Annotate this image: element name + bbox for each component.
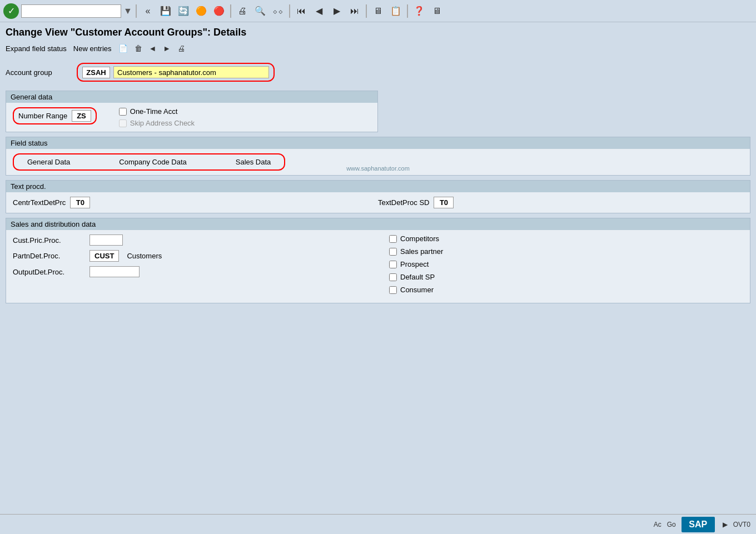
refresh-icon[interactable]: 🔄 <box>176 3 191 19</box>
consumer-label: Consumer <box>400 286 434 294</box>
text-procd-right: TextDetProc SD T0 <box>378 197 743 208</box>
field-status-header: Field status <box>6 137 750 149</box>
sales-partner-label: Sales partner <box>400 247 443 256</box>
bottom-bar: Ac Go SAP ▶ OVT0 <box>0 514 756 534</box>
sales-partner-checkbox[interactable] <box>389 248 397 256</box>
general-data-body: Number Range ZS One-Time Acct Skip Addre… <box>6 103 377 132</box>
account-group-wrapper: ZSAH <box>77 63 275 82</box>
centr-value: T0 <box>70 197 90 208</box>
page-title-bar: Change View "Customer Account Groups": D… <box>0 22 756 42</box>
account-group-row: Account group ZSAH <box>6 61 750 84</box>
account-group-code: ZSAH <box>82 67 110 78</box>
save-icon[interactable]: 💾 <box>158 3 173 19</box>
watermark: www.saphanatutor.com <box>346 165 410 172</box>
partn-det-desc: Customers <box>127 252 162 260</box>
sales-data-btn[interactable]: Sales Data <box>233 157 273 167</box>
sd-label: TextDetProc SD <box>378 198 429 207</box>
dropdown-arrow-icon[interactable]: ▼ <box>123 6 132 16</box>
separator5 <box>407 4 408 18</box>
sales-dist-header: Sales and distribution data <box>6 218 750 230</box>
default-sp-row: Default SP <box>389 273 743 281</box>
general-data-section: General data Number Range ZS One-Time Ac… <box>6 91 378 132</box>
separator3 <box>289 4 290 18</box>
account-group-input[interactable] <box>113 66 269 78</box>
prospect-label: Prospect <box>400 260 429 268</box>
field-status-body: General Data Company Code Data Sales Dat… <box>6 149 750 175</box>
default-sp-checkbox[interactable] <box>389 273 397 281</box>
layout-icon[interactable]: 📋 <box>388 3 404 19</box>
main-content: Account group ZSAH General data Number R… <box>0 56 756 312</box>
nav-back-icon[interactable]: « <box>140 3 156 19</box>
number-range-value: ZS <box>72 110 91 122</box>
first-icon[interactable]: ⏮ <box>294 3 309 19</box>
find-icon[interactable]: 🔍 <box>252 3 268 19</box>
delete-icon[interactable]: 🗑 <box>135 44 142 53</box>
sales-dist-section: Sales and distribution data Cust.Pric.Pr… <box>6 218 750 303</box>
action-bar: Expand field status New entries 📄 🗑 ◄ ► … <box>0 42 756 56</box>
cust-pric-label: Cust.Pric.Proc. <box>13 236 85 244</box>
sales-right: Competitors Sales partner Prospect Defau… <box>389 234 743 298</box>
cust-pric-row: Cust.Pric.Proc. <box>13 234 367 246</box>
partn-det-row: PartnDet.Proc. CUST Customers <box>13 250 367 262</box>
main-toolbar: ✓ ▼ « 💾 🔄 🟠 🔴 🖨 🔍 ⬦⬦ ⏮ ◀ ▶ ⏭ 🖥 📋 ❓ 🖥 <box>0 0 756 22</box>
last-icon[interactable]: ⏭ <box>347 3 362 19</box>
general-data-header: General data <box>6 91 377 103</box>
text-procd-header: Text procd. <box>6 181 750 192</box>
execute-icon[interactable]: 🟠 <box>193 3 209 19</box>
output-det-label: OutputDet.Proc. <box>13 268 85 276</box>
nav-next-icon[interactable]: ► <box>163 44 171 53</box>
sd-value: T0 <box>434 197 454 208</box>
skip-address-item: Skip Address Check <box>119 119 195 127</box>
company-code-btn[interactable]: Company Code Data <box>117 157 188 167</box>
nav-prev-icon[interactable]: ◄ <box>149 44 157 53</box>
stop-icon[interactable]: 🔴 <box>211 3 227 19</box>
output-det-row: OutputDet.Proc. <box>13 266 367 277</box>
skip-address-checkbox[interactable] <box>119 119 127 127</box>
prospect-row: Prospect <box>389 260 743 268</box>
find-next-icon[interactable]: ⬦⬦ <box>270 3 286 19</box>
separator2 <box>230 4 231 18</box>
command-input[interactable] <box>21 4 121 18</box>
output-det-input[interactable] <box>89 266 140 277</box>
cust-pric-input[interactable] <box>89 234 123 246</box>
help-icon[interactable]: ❓ <box>411 3 427 19</box>
one-time-acct-label: One-Time Acct <box>130 107 177 116</box>
skip-address-label: Skip Address Check <box>130 119 195 127</box>
prev-icon[interactable]: ◀ <box>311 3 327 19</box>
next-icon[interactable]: ▶ <box>329 3 345 19</box>
print-icon[interactable]: 🖨 <box>235 3 250 19</box>
sales-partner-row: Sales partner <box>389 247 743 256</box>
checkmark-icon[interactable]: ✓ <box>3 3 19 19</box>
general-data-btn[interactable]: General Data <box>25 157 72 167</box>
default-sp-label: Default SP <box>400 273 435 281</box>
number-range-label: Number Range <box>18 112 67 120</box>
one-time-acct-item: One-Time Acct <box>119 107 195 116</box>
consumer-row: Consumer <box>389 286 743 294</box>
page-title: Change View "Customer Account Groups": D… <box>6 27 750 38</box>
field-status-buttons-wrapper: General Data Company Code Data Sales Dat… <box>13 153 285 171</box>
competitors-checkbox[interactable] <box>389 235 397 243</box>
prospect-checkbox[interactable] <box>389 261 397 268</box>
status-ac: Ac <box>654 521 662 528</box>
monitor-icon[interactable]: 🖥 <box>429 3 445 19</box>
sap-logo: SAP <box>682 517 715 532</box>
copy-icon[interactable]: 📄 <box>118 44 128 53</box>
partn-det-label: PartnDet.Proc. <box>13 252 85 260</box>
window-icon[interactable]: 🖥 <box>370 3 386 19</box>
status-go: Go <box>667 521 676 528</box>
one-time-acct-checkbox[interactable] <box>119 108 127 116</box>
competitors-row: Competitors <box>389 234 743 243</box>
text-procd-body: CentrTextDetPrc T0 TextDetProc SD T0 <box>6 192 750 213</box>
separator4 <box>366 4 367 18</box>
expand-field-status-link[interactable]: Expand field status <box>6 44 67 53</box>
ovt0-label: OVT0 <box>733 521 750 528</box>
text-procd-section: Text procd. CentrTextDetPrc T0 TextDetPr… <box>6 180 750 213</box>
sales-body: Cust.Pric.Proc. PartnDet.Proc. CUST Cust… <box>6 230 750 303</box>
sap-label: SAP <box>689 520 707 530</box>
account-group-label: Account group <box>6 68 72 77</box>
checkbox-row: One-Time Acct Skip Address Check <box>119 107 195 127</box>
consumer-checkbox[interactable] <box>389 286 397 294</box>
print2-icon[interactable]: 🖨 <box>177 44 185 53</box>
sales-left: Cust.Pric.Proc. PartnDet.Proc. CUST Cust… <box>13 234 367 298</box>
new-entries-link[interactable]: New entries <box>73 44 112 53</box>
